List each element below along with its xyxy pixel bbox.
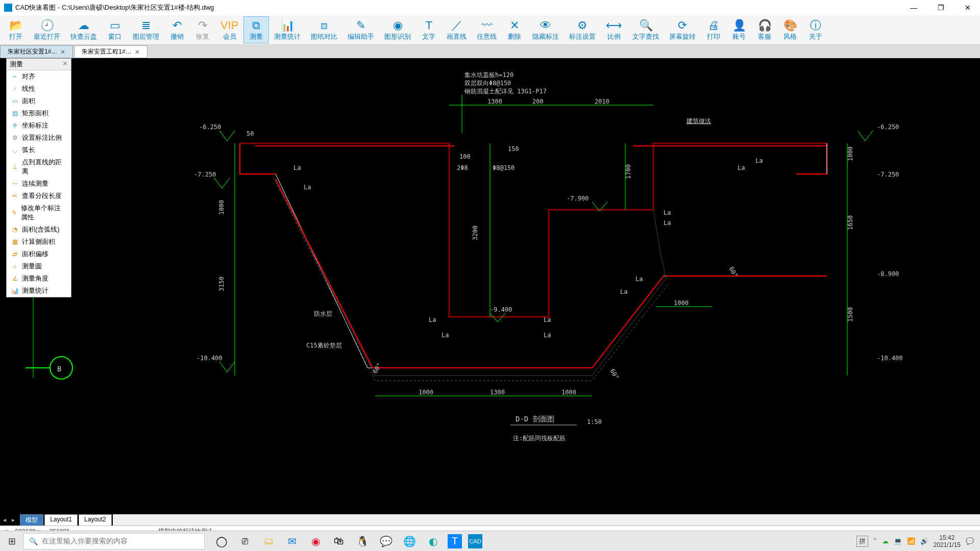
app-t-icon[interactable]: T	[448, 534, 462, 548]
maximize-button[interactable]: ❐	[933, 4, 949, 12]
svg-text:-9.400: -9.400	[490, 306, 512, 313]
tool-label: 文字查找	[632, 32, 659, 41]
measure-item-icon: ⟋	[11, 85, 19, 93]
qq-icon[interactable]: 🐧	[354, 533, 371, 550]
sogou-icon[interactable]: ◐	[424, 533, 442, 550]
svg-text:-10.400: -10.400	[197, 355, 223, 362]
measure-item-设置标注比例[interactable]: ⚙设置标注比例	[7, 132, 71, 144]
svg-text:La: La	[738, 164, 745, 171]
measure-item-面积(含弧线)[interactable]: ◔面积(含弧线)	[7, 223, 71, 236]
layout-tab-Layout1[interactable]: Layout1	[44, 514, 78, 526]
measure-item-点到直线的距离[interactable]: ⊥点到直线的距离	[7, 156, 71, 178]
tool-会员[interactable]: VIP会员	[215, 16, 243, 43]
note-3: 钢筋混凝土配详见 13G1-P17	[464, 88, 547, 95]
layout-tabs: ◂ ▸ 模型Layout1Layout2	[0, 514, 113, 525]
document-tab[interactable]: 朱家安置工程1#…✕	[74, 45, 147, 58]
measure-item-查看分段长度[interactable]: ✂查看分段长度	[7, 190, 71, 202]
tool-label: 窗口	[108, 32, 121, 41]
measure-item-label: 查看分段长度	[22, 191, 62, 201]
task-view-icon[interactable]: ◯	[213, 533, 230, 550]
svg-text:La: La	[293, 164, 301, 171]
tool-icon: 🖨	[708, 19, 719, 32]
tool-图层管理[interactable]: ≣图层管理	[128, 16, 164, 43]
tool-账号[interactable]: 👤账号	[726, 16, 752, 43]
tool-比例[interactable]: ⟷比例	[601, 16, 627, 43]
document-tab[interactable]: 朱家社区安置1#…✕	[0, 45, 73, 58]
store-icon[interactable]: 🛍	[330, 533, 348, 550]
notifications-icon[interactable]: 💬	[966, 537, 974, 545]
tab-close-icon[interactable]: ✕	[60, 48, 65, 56]
measure-item-对齐[interactable]: ↔对齐	[7, 70, 71, 83]
measure-item-测量统计[interactable]: 📊测量统计	[7, 285, 71, 297]
wechat-icon[interactable]: 💬	[377, 533, 395, 550]
measure-item-计算侧面积[interactable]: ▦计算侧面积	[7, 236, 71, 248]
volume-icon[interactable]: 🔊	[920, 537, 928, 545]
tool-测量统计[interactable]: 📊测量统计	[269, 16, 306, 43]
measure-item-面积偏移[interactable]: ⇄面积偏移	[7, 248, 71, 260]
measure-item-label: 线性	[22, 84, 35, 93]
wifi-icon[interactable]: 📶	[907, 537, 915, 545]
battery-icon[interactable]: 💻	[894, 537, 902, 545]
measure-item-icon: ✎	[11, 209, 18, 217]
measure-menu-close[interactable]: ✕	[62, 60, 68, 69]
tool-图形识别[interactable]: ◉图形识别	[379, 16, 416, 43]
tool-标注设置[interactable]: ⚙标注设置	[564, 16, 601, 43]
windows-taskbar: ⊞ 🔍 在这里输入你要搜索的内容 ◯ ⎚ 🗂 ✉ ◉ 🛍 🐧 💬 🌐 ◐ T C…	[0, 531, 980, 551]
search-input[interactable]: 🔍 在这里输入你要搜索的内容	[23, 533, 205, 549]
measure-item-弧长[interactable]: ◡弧长	[7, 144, 71, 156]
tool-打开[interactable]: 📂打开	[3, 16, 29, 43]
tool-撤销[interactable]: ↶撤销	[164, 16, 190, 43]
measure-item-坐标标注[interactable]: ✛坐标标注	[7, 119, 71, 132]
layout-tab-模型[interactable]: 模型	[20, 514, 43, 526]
tool-文字查找[interactable]: 🔍文字查找	[627, 16, 664, 43]
tool-图纸对比[interactable]: ⧈图纸对比	[306, 16, 342, 43]
close-button[interactable]: ✕	[960, 4, 976, 12]
measure-item-矩形面积[interactable]: ▤矩形面积	[7, 107, 71, 119]
measure-item-测量圆[interactable]: ○测量圆	[7, 260, 71, 272]
weibo-icon[interactable]: ◉	[307, 533, 324, 550]
tool-打印[interactable]: 🖨打印	[701, 16, 726, 43]
cad-app-icon[interactable]: CAD	[468, 534, 482, 548]
measure-item-连续测量[interactable]: ⋯连续测量	[7, 178, 71, 190]
measure-item-测量角度[interactable]: ∠测量角度	[7, 272, 71, 285]
tool-风格[interactable]: 🎨风格	[777, 16, 803, 43]
measure-item-面积[interactable]: ▭面积	[7, 95, 71, 107]
tool-窗口[interactable]: ▭窗口	[102, 16, 128, 43]
layout-nav-arrows[interactable]: ◂ ▸	[3, 516, 17, 523]
tool-隐藏标注[interactable]: 👁隐藏标注	[527, 16, 564, 43]
tool-测量[interactable]: ⧉测量	[243, 16, 269, 43]
measure-item-线性[interactable]: ⟋线性	[7, 83, 71, 95]
svg-text:-7.250: -7.250	[194, 171, 216, 178]
tab-close-icon[interactable]: ✕	[135, 48, 140, 56]
tool-最近打开[interactable]: 🕘最近打开	[29, 16, 65, 43]
start-button[interactable]: ⊞	[0, 536, 23, 547]
tray-chevron-icon[interactable]: ˄	[873, 537, 877, 545]
note-2: 双层双向Φ8@150	[464, 80, 511, 87]
tool-恢复[interactable]: ↷恢复	[190, 16, 215, 43]
tool-icon: ／	[451, 19, 462, 32]
window-title: CAD快速看图 - C:\Users\唐硕\Desktop\朱家社区安置1#楼-…	[15, 3, 214, 12]
minimize-button[interactable]: —	[905, 4, 922, 12]
edge-icon[interactable]: 🌐	[401, 533, 418, 550]
clock[interactable]: 15:42 2021/1/15	[934, 534, 961, 548]
drawing-canvas[interactable]: B 集水坑盖板h=120 双层双向Φ8@150 钢筋混凝土配详见 13G1-P1…	[0, 58, 980, 514]
cortana-icon[interactable]: ⎚	[236, 533, 254, 550]
tool-客服[interactable]: 🎧客服	[752, 16, 777, 43]
tool-删除[interactable]: ✕删除	[502, 16, 527, 43]
measure-item-修改单个标注属性[interactable]: ✎修改单个标注属性	[7, 202, 71, 223]
tool-文字[interactable]: T文字	[416, 16, 442, 43]
tool-编辑助手[interactable]: ✎编辑助手	[342, 16, 379, 43]
explorer-icon[interactable]: 🗂	[260, 533, 277, 550]
onedrive-icon[interactable]: ☁	[882, 537, 889, 545]
mail-icon[interactable]: ✉	[283, 533, 301, 550]
tool-任意线[interactable]: 〰任意线	[472, 16, 502, 43]
layout-tab-Layout2[interactable]: Layout2	[79, 514, 112, 526]
tool-icon: ⧉	[252, 19, 260, 32]
ime-indicator[interactable]: 拼	[856, 536, 868, 547]
tool-屏幕旋转[interactable]: ⟳屏幕旋转	[664, 16, 701, 43]
measure-item-icon: ⋯	[11, 180, 19, 188]
tool-快查云盘[interactable]: ☁快查云盘	[65, 16, 102, 43]
tool-关于[interactable]: ⓘ关于	[803, 16, 828, 43]
svg-text:La: La	[664, 209, 671, 216]
tool-画直线[interactable]: ／画直线	[442, 16, 472, 43]
